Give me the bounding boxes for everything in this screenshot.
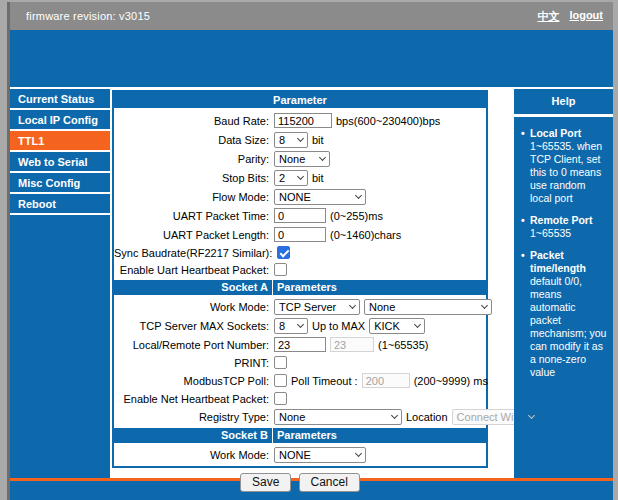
help-bullet-local-port: • Local Port 1~65535. when TCP Client, s…	[521, 127, 608, 205]
chevron-down-icon	[297, 134, 304, 141]
chevron-down-icon	[319, 153, 326, 160]
registry-type-label: Registry Type:	[114, 411, 274, 423]
uart-heartbeat-row: Enable Uart Heartbeat Packet:	[114, 261, 486, 278]
poll-timeout-hint: (200~9999) ms	[414, 375, 488, 387]
chevron-down-icon	[414, 320, 421, 327]
poll-timeout-label: Poll Timeout :	[291, 375, 358, 387]
baud-rate-hint: bps(600~230400)bps	[336, 115, 440, 127]
max-sockets-label: TCP Server MAX Sockets:	[114, 320, 274, 332]
uart-packet-time-label: UART Packet Time:	[114, 210, 274, 222]
print-row: PRINT:	[114, 354, 486, 371]
data-size-select[interactable]: 8	[274, 132, 308, 148]
chevron-down-icon	[297, 320, 304, 327]
sync-baudrate-row: Sync Baudrate(RF2217 Similar):	[114, 244, 486, 261]
parity-select[interactable]: None	[274, 151, 330, 167]
socket-b-header: Socket B Parameters	[114, 428, 486, 443]
sidebar-item-misc-config[interactable]: Misc Config	[10, 173, 110, 194]
sync-baudrate-checkbox[interactable]	[277, 246, 290, 259]
language-link[interactable]: 中文	[537, 9, 559, 24]
sidebar-nav: Current Status Local IP Config TTL1 Web …	[10, 89, 110, 478]
sidebar-filler	[10, 215, 110, 478]
flow-mode-select[interactable]: NONE	[274, 189, 366, 205]
sync-baudrate-label: Sync Baudrate(RF2217 Similar):	[114, 247, 277, 259]
chevron-down-icon	[297, 172, 304, 179]
net-heartbeat-checkbox[interactable]	[274, 392, 287, 405]
chevron-down-icon	[355, 191, 362, 198]
parity-label: Parity:	[114, 153, 274, 165]
bullet-icon: •	[521, 127, 530, 205]
main-column: Parameter Baud Rate: bps(600~230400)bps …	[110, 89, 514, 478]
socket-b-work-mode-label: Work Mode:	[114, 449, 274, 461]
socket-b-header-right: Parameters	[273, 428, 337, 443]
baud-rate-input[interactable]	[274, 113, 332, 128]
help-bullet-remote-port: • Remote Port 1~65535	[521, 214, 608, 240]
save-button[interactable]: Save	[240, 473, 291, 492]
stop-bits-row: Stop Bits: 2 bit	[114, 168, 486, 187]
net-heartbeat-row: Enable Net Heartbeat Packet:	[114, 390, 486, 407]
socket-a-header: Socket A Parameters	[114, 280, 486, 295]
firmware-revision: firmware revision: v3015	[26, 10, 150, 22]
uart-packet-length-label: UART Packet Length:	[114, 229, 274, 241]
uart-packet-length-input[interactable]	[274, 227, 326, 242]
data-size-label: Data Size:	[114, 134, 274, 146]
uart-heartbeat-label: Enable Uart Heartbeat Packet:	[114, 264, 274, 276]
bullet-icon: •	[521, 214, 530, 240]
chevron-down-icon	[481, 301, 488, 308]
uart-packet-time-input[interactable]	[274, 208, 326, 223]
panel-title: Parameter	[114, 92, 486, 108]
sidebar-item-local-ip-config[interactable]: Local IP Config	[10, 110, 110, 131]
help-title: Help	[514, 89, 613, 114]
modbus-poll-label: ModbusTCP Poll:	[114, 375, 274, 387]
remote-port-input	[330, 337, 374, 352]
socket-a-work-submode-select[interactable]: None	[364, 299, 492, 315]
print-label: PRINT:	[114, 357, 274, 369]
content-area: Current Status Local IP Config TTL1 Web …	[10, 89, 613, 478]
header-banner	[10, 30, 613, 87]
uart-packet-time-hint: (0~255)ms	[330, 210, 383, 222]
location-label: Location	[406, 411, 448, 423]
sidebar-item-ttl1[interactable]: TTL1	[10, 131, 110, 152]
bullet-icon: •	[521, 249, 530, 379]
stop-bits-select[interactable]: 2	[274, 170, 308, 186]
socket-b-work-mode-row: Work Mode: NONE	[114, 445, 486, 464]
logout-link[interactable]: logout	[569, 9, 603, 24]
socket-b-header-left: Socket B	[114, 428, 273, 443]
socket-a-work-mode-label: Work Mode:	[114, 301, 274, 313]
socket-a-header-right: Parameters	[273, 280, 337, 295]
help-panel: Help • Local Port 1~65535. when TCP Clie…	[514, 89, 613, 478]
flow-mode-row: Flow Mode: NONE	[114, 187, 486, 206]
print-checkbox[interactable]	[274, 356, 287, 369]
port-number-label: Local/Remote Port Number:	[114, 339, 274, 351]
net-heartbeat-label: Enable Net Heartbeat Packet:	[114, 393, 274, 405]
poll-timeout-input	[362, 373, 410, 388]
sidebar-item-current-status[interactable]: Current Status	[10, 89, 110, 110]
registry-type-select[interactable]: None	[274, 409, 402, 425]
stop-bits-hint: bit	[312, 172, 324, 184]
uart-packet-time-row: UART Packet Time: (0~255)ms	[114, 206, 486, 225]
chevron-down-icon	[391, 411, 398, 418]
uart-packet-length-hint: (0~1460)chars	[330, 229, 401, 241]
baud-rate-row: Baud Rate: bps(600~230400)bps	[114, 111, 486, 130]
sidebar-item-web-to-serial[interactable]: Web to Serial	[10, 152, 110, 173]
local-port-input[interactable]	[274, 337, 326, 352]
chevron-down-icon	[355, 449, 362, 456]
page: firmware revision: v3015 中文 logout Curre…	[10, 2, 613, 500]
max-sockets-mid-label: Up to MAX	[312, 320, 365, 332]
registry-type-row: Registry Type: None Location Connect Wit…	[114, 407, 486, 426]
top-bar: firmware revision: v3015 中文 logout	[10, 2, 613, 30]
form-buttons: Save Cancel	[110, 473, 490, 492]
port-number-hint: (1~65535)	[378, 339, 428, 351]
cancel-button[interactable]: Cancel	[299, 473, 360, 492]
kick-select[interactable]: KICK	[369, 318, 425, 334]
data-size-hint: bit	[312, 134, 324, 146]
stop-bits-label: Stop Bits:	[114, 172, 274, 184]
socket-a-work-mode-select[interactable]: TCP Server	[274, 299, 360, 315]
parity-row: Parity: None	[114, 149, 486, 168]
baud-rate-label: Baud Rate:	[114, 115, 274, 127]
socket-b-work-mode-select[interactable]: NONE	[274, 447, 366, 463]
max-sockets-select[interactable]: 8	[274, 318, 308, 334]
data-size-row: Data Size: 8 bit	[114, 130, 486, 149]
sidebar-item-reboot[interactable]: Reboot	[10, 194, 110, 215]
modbus-poll-checkbox[interactable]	[274, 374, 287, 387]
uart-heartbeat-checkbox[interactable]	[274, 263, 287, 276]
